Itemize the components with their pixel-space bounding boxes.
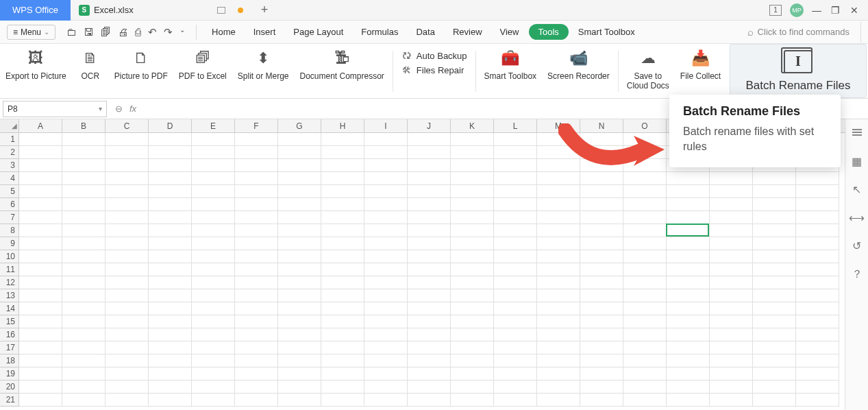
cell[interactable] [106, 381, 149, 394]
cell[interactable] [149, 159, 192, 172]
cell[interactable] [623, 315, 667, 328]
quick-dropdown-icon[interactable]: ⌄ [179, 26, 185, 38]
cell[interactable] [667, 250, 710, 263]
cell[interactable] [494, 289, 537, 302]
cell[interactable] [623, 328, 667, 341]
cell[interactable] [408, 354, 451, 367]
cell[interactable] [278, 302, 321, 315]
cell[interactable] [667, 237, 710, 250]
cell[interactable] [192, 276, 235, 289]
tab-tools[interactable]: Tools [529, 24, 569, 40]
row-header[interactable]: 12 [0, 276, 19, 289]
cell[interactable] [106, 224, 149, 237]
cell[interactable] [278, 224, 321, 237]
fx-label[interactable]: fx [129, 104, 136, 114]
cell[interactable] [623, 367, 667, 381]
cell[interactable] [62, 394, 106, 407]
cell[interactable] [149, 315, 192, 328]
name-box[interactable]: P8 ▾ [3, 101, 107, 117]
cell[interactable] [710, 394, 753, 407]
row-header[interactable]: 21 [0, 394, 19, 407]
cell[interactable] [494, 211, 537, 224]
cell[interactable] [278, 198, 321, 211]
cell[interactable] [106, 302, 149, 315]
row-header[interactable]: 8 [0, 224, 19, 237]
cell[interactable] [106, 133, 149, 146]
cell[interactable] [192, 367, 235, 381]
cell[interactable] [796, 354, 839, 367]
cell[interactable] [364, 394, 408, 407]
cell[interactable] [623, 302, 667, 315]
cell[interactable] [796, 315, 839, 328]
file-collect-button[interactable]: 📥 File Collect [675, 44, 726, 84]
cell[interactable] [710, 250, 753, 263]
cell[interactable] [192, 289, 235, 302]
cell[interactable] [710, 315, 753, 328]
cell[interactable] [192, 224, 235, 237]
cell[interactable] [710, 367, 753, 381]
file-tab[interactable]: S Excel.xlsx [71, 0, 142, 21]
cell[interactable] [192, 172, 235, 185]
save-to-cloud-button[interactable]: ☁ Save to Cloud Docs [621, 44, 675, 93]
cell[interactable] [667, 341, 710, 354]
cell[interactable] [62, 159, 106, 172]
row-header[interactable]: 6 [0, 198, 19, 211]
col-header[interactable]: E [192, 119, 235, 132]
cell[interactable] [364, 211, 408, 224]
cell[interactable] [106, 263, 149, 276]
cell[interactable] [408, 276, 451, 289]
cell[interactable] [537, 185, 580, 198]
row-header[interactable]: 16 [0, 328, 19, 341]
cell[interactable] [451, 198, 494, 211]
cell[interactable] [278, 394, 321, 407]
cell[interactable] [19, 250, 62, 263]
cell[interactable] [580, 302, 623, 315]
cell[interactable] [19, 224, 62, 237]
cell[interactable] [494, 224, 537, 237]
cell[interactable] [537, 341, 580, 354]
cell[interactable] [106, 146, 149, 159]
auto-backup-button[interactable]: 🗘Auto Backup [400, 49, 469, 62]
cell[interactable] [19, 146, 62, 159]
cell[interactable] [19, 172, 62, 185]
cell[interactable] [19, 302, 62, 315]
row-header[interactable]: 2 [0, 146, 19, 159]
cell[interactable] [623, 198, 667, 211]
cell[interactable] [321, 172, 364, 185]
cell[interactable] [408, 172, 451, 185]
cell[interactable] [19, 211, 62, 224]
cell[interactable] [364, 146, 408, 159]
cell[interactable] [494, 159, 537, 172]
cell[interactable] [580, 328, 623, 341]
cell[interactable] [580, 224, 623, 237]
row-header[interactable]: 4 [0, 172, 19, 185]
cell[interactable] [667, 276, 710, 289]
cell[interactable] [580, 250, 623, 263]
cell[interactable] [192, 133, 235, 146]
row-header[interactable]: 19 [0, 367, 19, 381]
cell[interactable] [62, 198, 106, 211]
tab-formulas[interactable]: Formulas [353, 23, 406, 40]
cell[interactable] [451, 263, 494, 276]
cell[interactable] [408, 159, 451, 172]
cell[interactable] [235, 211, 278, 224]
cell[interactable] [62, 328, 106, 341]
cell[interactable] [62, 341, 106, 354]
cell[interactable] [796, 394, 839, 407]
redo-icon[interactable]: ↷ [164, 26, 173, 38]
cell[interactable] [451, 289, 494, 302]
cell[interactable] [106, 250, 149, 263]
cell[interactable] [106, 276, 149, 289]
cursor-tool-icon[interactable]: ↖ [852, 183, 861, 196]
cell[interactable] [192, 250, 235, 263]
cell[interactable] [62, 172, 106, 185]
cell[interactable] [192, 198, 235, 211]
cell[interactable] [149, 276, 192, 289]
cell[interactable] [364, 250, 408, 263]
cell[interactable] [753, 276, 796, 289]
picture-to-pdf-button[interactable]: 🗋 Picture to PDF [109, 44, 173, 84]
cell[interactable] [235, 367, 278, 381]
cell[interactable] [321, 394, 364, 407]
cell[interactable] [580, 381, 623, 394]
cell[interactable] [796, 172, 839, 185]
